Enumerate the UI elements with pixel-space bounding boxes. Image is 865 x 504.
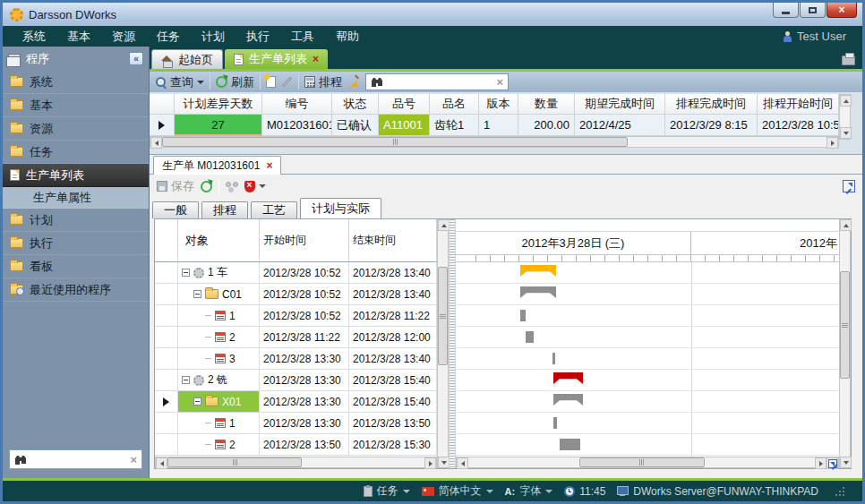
tree-cell-object[interactable]: 1 — [178, 413, 260, 434]
user-area[interactable]: Test User — [783, 30, 853, 43]
sidebar-collapse-button[interactable]: « — [129, 52, 143, 65]
tree-column-header-2[interactable]: 结束时间 — [349, 219, 437, 262]
menu-item-5[interactable]: 执行 — [236, 29, 280, 45]
tree-cell-start-time[interactable]: 2012/3/28 13:30 — [260, 348, 349, 370]
orders-column-header-9[interactable]: 排程开始时间 — [758, 94, 839, 115]
collapse-expander-icon[interactable] — [193, 397, 201, 406]
tree-cell-object[interactable]: 2 铣 — [178, 370, 260, 391]
validate-dropdown-icon[interactable] — [259, 184, 266, 188]
orders-column-header-3[interactable]: 品号 — [379, 94, 430, 115]
scroll-up-button[interactable] — [840, 95, 852, 107]
collapse-expander-icon[interactable] — [182, 269, 190, 277]
tree-hscroll-thumb[interactable] — [167, 457, 302, 467]
tree-row-0[interactable]: 1 车2012/3/28 10:522012/3/28 13:40 — [155, 262, 437, 284]
sidebar-item-3[interactable]: 任务 — [3, 141, 149, 164]
cell-scheduled-finish[interactable]: 2012/3/29 8:15 — [665, 115, 758, 136]
sidebar-item-7[interactable]: 执行 — [3, 232, 149, 255]
scroll-down-button[interactable] — [840, 127, 852, 139]
tree-row-6[interactable]: X012012/3/28 13:302012/3/28 15:40 — [155, 391, 437, 413]
tree-cell-end-time[interactable]: 2012/3/28 12:00 — [349, 327, 437, 348]
tree-cell-start-time[interactable]: 2012/3/28 13:30 — [260, 370, 349, 391]
toolbar-search-clear-icon[interactable]: × — [496, 76, 503, 88]
sidebar-item-2[interactable]: 资源 — [3, 117, 149, 141]
query-button[interactable]: 查询 — [155, 74, 204, 90]
scroll-right-button[interactable] — [826, 137, 838, 149]
menu-item-2[interactable]: 资源 — [101, 29, 146, 45]
refresh-icon[interactable] — [201, 181, 212, 192]
cell-order-no[interactable]: M012031601 — [262, 115, 332, 136]
tree-cell-object[interactable]: 3 — [178, 348, 260, 370]
menu-item-7[interactable]: 帮助 — [325, 29, 370, 45]
resize-grip[interactable] — [835, 487, 844, 496]
subtab-1[interactable]: 排程 — [201, 201, 248, 218]
gantt-bar-task-3[interactable] — [526, 331, 534, 343]
orders-vscrollbar[interactable] — [839, 94, 851, 140]
new-document-icon[interactable] — [266, 76, 276, 88]
sidebar-item-1[interactable]: 基本 — [3, 94, 149, 117]
collapse-expander-icon[interactable] — [193, 290, 201, 298]
routing-icon[interactable] — [226, 181, 238, 192]
gantt-popout-icon[interactable] — [826, 457, 838, 469]
scroll-left-button[interactable] — [457, 457, 468, 469]
cell-version[interactable]: 1 — [479, 115, 518, 136]
tree-row-4[interactable]: 32012/3/28 13:302012/3/28 13:40 — [155, 348, 437, 370]
gantt-bar-summary-5[interactable] — [553, 372, 583, 384]
tree-row-5[interactable]: 2 铣2012/3/28 13:302012/3/28 15:40 — [155, 370, 437, 391]
menu-item-1[interactable]: 基本 — [56, 29, 101, 45]
tree-cell-end-time[interactable]: 2012/3/28 11:22 — [349, 305, 437, 327]
task-selector[interactable]: 任务 — [364, 483, 410, 499]
task-dropdown-icon[interactable] — [403, 490, 410, 493]
tree-cell-end-time[interactable]: 2012/3/28 13:40 — [349, 348, 437, 370]
orders-column-header-8[interactable]: 排程完成时间 — [665, 94, 758, 115]
orders-column-header-6[interactable]: 数量 — [518, 94, 575, 115]
menu-item-3[interactable]: 任务 — [146, 29, 191, 45]
tree-row-2[interactable]: 12012/3/28 10:522012/3/28 11:22 — [155, 305, 437, 327]
sidebar-item-4[interactable]: 生产单列表 — [3, 164, 149, 187]
tree-cell-object[interactable]: 1 车 — [178, 262, 260, 284]
toolbar-search-input[interactable] — [388, 76, 492, 89]
save-button[interactable]: 保存 — [157, 178, 194, 194]
split-handle[interactable] — [449, 219, 456, 468]
orders-column-header-5[interactable]: 版本 — [479, 94, 518, 115]
subtab-2[interactable]: 工艺 — [251, 201, 297, 218]
cell-item-no[interactable]: A11001 — [379, 115, 430, 136]
font-selector[interactable]: A: 字体 — [505, 483, 553, 499]
tree-cell-end-time[interactable]: 2012/3/28 15:30 — [349, 434, 437, 456]
orders-data-row[interactable]: 27 M012031601 已确认 A11001 齿轮1 1 200.00 20… — [150, 115, 839, 136]
subtab-3[interactable]: 计划与实际 — [300, 198, 381, 218]
refresh-button[interactable]: 刷新 — [216, 74, 254, 90]
clear-icon[interactable] — [347, 76, 360, 89]
cell-expected-finish[interactable]: 2012/4/25 — [575, 115, 665, 136]
open-external-icon[interactable] — [843, 180, 855, 192]
gantt-bar-task-7[interactable] — [553, 417, 557, 429]
scroll-left-button[interactable] — [156, 457, 167, 469]
sidebar-item-0[interactable]: 系统 — [3, 71, 149, 94]
tree-row-8[interactable]: 22012/3/28 13:502012/3/28 15:30 — [155, 434, 437, 456]
cell-item-name[interactable]: 齿轮1 — [430, 115, 479, 136]
tree-cell-end-time[interactable]: 2012/3/28 15:40 — [349, 391, 437, 413]
maximize-button[interactable] — [800, 3, 826, 18]
tree-cell-object[interactable]: C01 — [178, 284, 260, 305]
tree-column-header-0[interactable]: 对象 — [178, 219, 260, 262]
font-dropdown-icon[interactable] — [545, 490, 552, 493]
edit-icon[interactable] — [282, 77, 292, 87]
order-doc-close-icon[interactable]: × — [266, 160, 272, 171]
gantt-bar-task-4[interactable] — [552, 353, 555, 364]
tree-cell-start-time[interactable]: 2012/3/28 13:50 — [260, 434, 349, 456]
gantt-bar-summary-0[interactable] — [520, 265, 556, 277]
menu-item-0[interactable]: 系统 — [12, 29, 56, 45]
close-button[interactable]: × — [826, 3, 857, 18]
tree-row-7[interactable]: 12012/3/28 13:302012/3/28 13:50 — [155, 413, 437, 434]
tab-start-page[interactable]: 起始页 — [151, 49, 223, 69]
cell-status[interactable]: 已确认 — [332, 115, 379, 136]
tab-close-icon[interactable]: × — [313, 54, 319, 64]
validate-button[interactable] — [244, 181, 266, 192]
cell-scheduled-start[interactable]: 2012/3/28 10:52 — [758, 115, 839, 136]
scroll-right-button[interactable] — [424, 457, 436, 469]
tree-vscrollbar[interactable] — [437, 219, 449, 468]
tree-cell-end-time[interactable]: 2012/3/28 13:40 — [349, 284, 437, 305]
gantt-bar-task-2[interactable] — [520, 310, 526, 321]
menu-item-4[interactable]: 计划 — [191, 29, 236, 45]
gantt-hscrollbar[interactable] — [456, 457, 839, 468]
sidebar-item-5[interactable]: 生产单属性 — [3, 187, 149, 209]
